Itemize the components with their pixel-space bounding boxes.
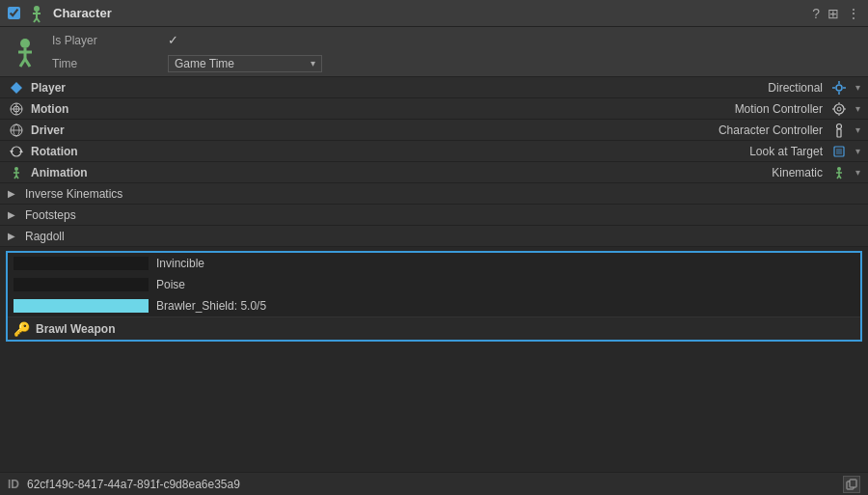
character-big-icon [8, 35, 42, 69]
id-value: 62cf149c-8417-44a7-891f-c9d8ea6e35a9 [27, 478, 843, 491]
shield-bar-fill [14, 299, 149, 313]
is-player-row: Is Player ✓ [52, 31, 860, 50]
time-value: Game Time [175, 57, 307, 70]
rotation-value-container: Look at Target ▾ [749, 143, 860, 160]
player-dropdown-arrow[interactable]: ▾ [855, 82, 860, 93]
svg-point-20 [834, 104, 844, 114]
driver-row[interactable]: Driver Character Controller ▾ [0, 120, 868, 141]
svg-line-9 [25, 59, 30, 67]
svg-rect-34 [836, 149, 842, 154]
svg-line-39 [16, 176, 18, 179]
ragdoll-arrow: ▶ [8, 231, 19, 241]
svg-point-5 [20, 39, 30, 48]
player-icon [8, 79, 25, 96]
brawl-weapon-label: Brawl Weapon [36, 322, 115, 336]
animation-icon [8, 164, 25, 181]
component-header-bar: Character ? ⊞ ⋮ [0, 0, 868, 27]
rotation-dropdown-arrow[interactable]: ▾ [855, 146, 860, 156]
ik-arrow: ▶ [8, 188, 19, 199]
svg-point-11 [836, 85, 842, 91]
motion-row[interactable]: Motion Motion Controller ▾ [0, 98, 868, 120]
brawl-weapon-icon: 🔑 [14, 321, 30, 337]
component-enabled-checkbox[interactable] [8, 7, 20, 19]
driver-type-icon [830, 122, 848, 139]
player-row[interactable]: Player Directional ▾ [0, 77, 868, 98]
svg-point-21 [837, 107, 841, 111]
footsteps-section[interactable]: ▶ Footsteps [0, 205, 868, 226]
motion-type-icon [830, 100, 848, 118]
player-label: Player [31, 81, 768, 95]
rotation-icon [8, 143, 25, 160]
time-dropdown[interactable]: Game Time ▾ [168, 55, 322, 72]
help-icon[interactable]: ? [812, 6, 820, 21]
component-fields: Is Player ✓ Time Game Time ▾ [52, 31, 860, 73]
time-label: Time [52, 57, 168, 70]
invincible-label: Invincible [156, 257, 204, 270]
settings-icon[interactable]: ⊞ [827, 6, 839, 21]
poise-row: Poise [8, 274, 860, 295]
is-player-label: Is Player [52, 34, 168, 47]
footsteps-arrow: ▶ [8, 209, 19, 220]
is-player-value[interactable]: ✓ [168, 33, 178, 47]
driver-icon [8, 122, 25, 139]
component-title: Character [53, 6, 812, 20]
ik-section[interactable]: ▶ Inverse Kinematics [0, 183, 868, 205]
animation-value: Kinematic [772, 166, 823, 179]
svg-line-44 [839, 176, 841, 179]
poise-label: Poise [156, 278, 185, 291]
svg-rect-46 [850, 480, 856, 487]
id-copy-button[interactable] [843, 476, 860, 493]
shield-row: Brawler_Shield: 5.0/5 [8, 295, 860, 316]
animation-value-container: Kinematic ▾ [772, 164, 860, 181]
motion-icon [8, 100, 25, 118]
component-sub-header: Is Player ✓ Time Game Time ▾ [0, 27, 868, 77]
player-value: Directional [768, 81, 823, 95]
player-value-container: Directional ▾ [768, 79, 860, 96]
svg-point-40 [837, 167, 841, 171]
animation-type-icon [830, 164, 848, 181]
time-dropdown-arrow: ▾ [311, 58, 315, 69]
more-icon[interactable]: ⋮ [847, 6, 860, 21]
inspector-panel: Character ? ⊞ ⋮ Is Player ✓ Time [0, 0, 868, 495]
time-row: Time Game Time ▾ [52, 54, 860, 73]
motion-label: Motion [31, 102, 735, 116]
svg-marker-32 [10, 151, 14, 153]
motion-dropdown-arrow[interactable]: ▾ [855, 103, 860, 114]
status-section: Invincible Poise Brawler_Shield: 5.0/5 🔑… [6, 251, 862, 342]
player-type-icon [830, 79, 848, 96]
poise-bar [14, 278, 149, 291]
header-actions: ? ⊞ ⋮ [812, 6, 860, 21]
rotation-row[interactable]: Rotation Look at Target ▾ [0, 141, 868, 162]
shield-label: Brawler_Shield: 5.0/5 [156, 299, 266, 313]
rotation-type-icon [830, 143, 848, 160]
animation-label: Animation [31, 166, 772, 179]
invincible-row: Invincible [8, 253, 860, 274]
svg-rect-30 [837, 129, 841, 137]
motion-value: Motion Controller [735, 102, 823, 116]
ik-label: Inverse Kinematics [25, 187, 122, 201]
svg-marker-10 [11, 82, 22, 94]
id-row: ID 62cf149c-8417-44a7-891f-c9d8ea6e35a9 [0, 472, 868, 495]
driver-value: Character Controller [719, 124, 823, 137]
brawl-weapon-row[interactable]: 🔑 Brawl Weapon [8, 316, 860, 340]
motion-value-container: Motion Controller ▾ [735, 100, 860, 118]
shield-bar [14, 299, 149, 313]
character-icon [26, 3, 47, 24]
driver-dropdown-arrow[interactable]: ▾ [855, 124, 860, 135]
animation-row[interactable]: Animation Kinematic ▾ [0, 162, 868, 183]
ragdoll-label: Ragdoll [25, 230, 65, 243]
svg-point-29 [837, 124, 842, 128]
footsteps-label: Footsteps [25, 208, 76, 222]
ragdoll-section[interactable]: ▶ Ragdoll [0, 226, 868, 247]
animation-dropdown-arrow[interactable]: ▾ [855, 167, 860, 178]
driver-label: Driver [31, 124, 719, 137]
id-label: ID [8, 478, 19, 491]
rotation-label: Rotation [31, 145, 749, 158]
rotation-value: Look at Target [749, 145, 823, 158]
invincible-bar [14, 257, 149, 270]
svg-point-0 [34, 6, 40, 12]
driver-value-container: Character Controller ▾ [719, 122, 860, 139]
svg-line-4 [37, 18, 40, 22]
svg-point-35 [14, 167, 18, 171]
